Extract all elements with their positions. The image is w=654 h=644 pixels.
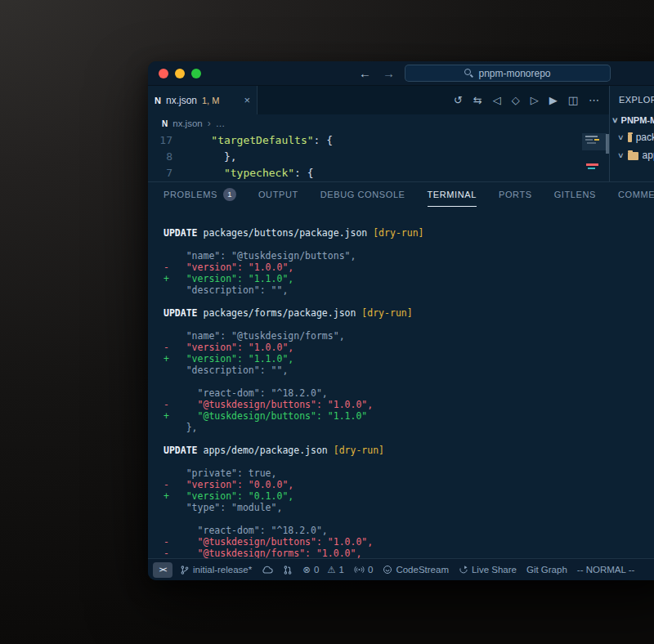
problems-count-badge: 1: [223, 188, 236, 201]
code-text: "targetDefaults": {: [186, 132, 333, 149]
remote-indicator[interactable]: ><: [153, 562, 172, 578]
pull-request-status[interactable]: [283, 565, 293, 575]
editor-lines: 17 "targetDefaults": {8 },7 "typecheck":…: [148, 132, 609, 181]
warning-icon: ⚠: [327, 564, 335, 575]
codestream-icon: [383, 565, 392, 575]
timeline-icon[interactable]: ↺: [454, 95, 463, 105]
run-icon[interactable]: ▶: [549, 95, 558, 105]
current-change-icon[interactable]: ◇: [512, 95, 520, 105]
minimap-mark: [585, 136, 598, 137]
sidebar-title: EXPLORER: [610, 86, 654, 113]
panel-tab-gitlens[interactable]: GITLENS: [554, 182, 596, 207]
breadcrumb: N nx.json › …: [148, 114, 609, 132]
git-graph-status[interactable]: Git Graph: [526, 565, 567, 575]
problems-status[interactable]: ⊗ 0 ⚠ 1: [302, 564, 344, 575]
folder-icon: [628, 134, 632, 142]
code-line: 7 "typecheck": {: [148, 165, 609, 181]
chevron-down-icon: ∨: [617, 133, 625, 141]
nav-forward-button[interactable]: →: [383, 66, 395, 80]
minimap-mark: [588, 168, 595, 169]
panel-tab-ports[interactable]: PORTS: [499, 182, 532, 207]
minimap-mark: [594, 139, 599, 141]
ports-status[interactable]: 0: [354, 565, 373, 575]
terminal-line: + "@tuskdesign/buttons": "1.1.0": [164, 410, 654, 422]
panel-tab-label: DEBUG CONSOLE: [320, 190, 405, 199]
folder-icon: [628, 152, 638, 160]
terminal-output[interactable]: UPDATE packages/buttons/package.json [dr…: [148, 207, 654, 558]
editor-actions: ↺⇆◁◇▷▶◫⋯: [454, 86, 609, 114]
editor-group: N nx.json 1, M × ↺⇆◁◇▷▶◫⋯ N nx.json › … …: [148, 86, 609, 181]
codestream-label: CodeStream: [396, 565, 449, 575]
panel-tab-output[interactable]: OUTPUT: [258, 182, 298, 207]
panel-tab-label: TERMINAL: [428, 190, 477, 199]
tab-close-icon[interactable]: ×: [244, 94, 250, 106]
tree-item-apps[interactable]: ∨ apps: [610, 146, 654, 164]
chevron-right-icon: ›: [208, 118, 211, 129]
terminal-line: + "version": "1.1.0",: [164, 353, 654, 364]
split-editor-icon[interactable]: ◫: [568, 95, 578, 105]
panel-tab-terminal[interactable]: TERMINAL: [428, 182, 477, 207]
panel-tab-comments[interactable]: COMMENTS: [618, 182, 654, 207]
codestream-status[interactable]: CodeStream: [383, 565, 449, 575]
terminal-line: [164, 513, 654, 525]
broadcast-icon: [354, 565, 365, 575]
editor-tab-bar: N nx.json 1, M × ↺⇆◁◇▷▶◫⋯: [148, 86, 609, 114]
upper-region: N nx.json 1, M × ↺⇆◁◇▷▶◫⋯ N nx.json › … …: [148, 86, 654, 181]
panel-tab-debug-console[interactable]: DEBUG CONSOLE: [320, 182, 405, 207]
minimap-mark: [587, 142, 596, 144]
previous-change-icon[interactable]: ◁: [493, 95, 501, 105]
line-number: 17: [148, 132, 186, 149]
close-window-button[interactable]: [159, 69, 168, 78]
search-icon: [464, 69, 473, 78]
next-change-icon[interactable]: ▷: [531, 95, 539, 105]
terminal-line: [164, 433, 654, 445]
chevron-down-icon: ∨: [611, 116, 619, 124]
sync-status[interactable]: [262, 565, 273, 575]
tree-item-packages[interactable]: ∨ packages: [610, 128, 654, 146]
terminal-line: [164, 296, 654, 307]
code-editor[interactable]: 17 "targetDefaults": {8 },7 "typecheck":…: [148, 132, 609, 181]
terminal-line: + "version": "0.1.0",: [164, 490, 654, 502]
terminal-line: "private": true,: [164, 467, 654, 479]
terminal-line: "description": "",: [164, 284, 654, 296]
tab-nx-json[interactable]: N nx.json 1, M ×: [148, 86, 258, 114]
panel-tab-label: COMMENTS: [618, 190, 654, 199]
ports-count: 0: [368, 565, 373, 575]
nx-file-icon: N: [162, 119, 168, 128]
breadcrumb-more[interactable]: …: [216, 119, 226, 128]
git-branch-status[interactable]: initial-release*: [180, 565, 252, 575]
nx-file-icon: N: [155, 96, 161, 105]
nav-back-button[interactable]: ←: [359, 66, 371, 80]
panel-tab-label: GITLENS: [554, 190, 596, 199]
minimap[interactable]: [585, 134, 604, 178]
window-controls: [159, 69, 201, 78]
panel-tab-bar: PROBLEMS 1 OUTPUT DEBUG CONSOLE TERMINAL…: [148, 182, 654, 207]
more-actions-icon[interactable]: ⋯: [589, 95, 599, 105]
sidebar-section-pnpm-monorepo[interactable]: ∨ PNPM-MONOREPO: [610, 113, 654, 128]
command-center-search[interactable]: pnpm-monorepo: [405, 65, 611, 82]
breadcrumb-file[interactable]: nx.json: [172, 119, 202, 128]
terminal-line: - "@tuskdesign/forms": "1.0.0",: [164, 548, 654, 558]
bottom-panel: PROBLEMS 1 OUTPUT DEBUG CONSOLE TERMINAL…: [148, 181, 654, 558]
terminal-line: UPDATE packages/forms/package.json [dry-…: [164, 307, 654, 319]
editor-scrollbar[interactable]: [606, 134, 609, 154]
line-number: 7: [148, 165, 186, 181]
tree-item-label: packages: [636, 132, 654, 143]
search-value: pnpm-monorepo: [478, 68, 550, 79]
compare-changes-icon[interactable]: ⇆: [473, 95, 482, 105]
section-label: PNPM-MONOREPO: [621, 115, 654, 125]
terminal-line: UPDATE apps/demo/package.json [dry-run]: [164, 445, 654, 456]
zoom-window-button[interactable]: [191, 69, 201, 78]
terminal-line: [164, 456, 654, 467]
terminal-line: "react-dom": "^18.2.0",: [164, 525, 654, 536]
vim-mode-status: -- NORMAL --: [577, 565, 634, 575]
live-share-label: Live Share: [472, 565, 517, 575]
live-share-status[interactable]: Live Share: [459, 565, 517, 575]
panel-tab-label: PROBLEMS: [164, 190, 217, 199]
code-text: },: [186, 149, 237, 165]
minimize-window-button[interactable]: [175, 69, 185, 78]
terminal-line: - "version": "1.0.0",: [164, 342, 654, 353]
panel-tab-problems[interactable]: PROBLEMS 1: [164, 182, 236, 207]
git-graph-label: Git Graph: [526, 565, 567, 575]
explorer-sidebar: EXPLORER ∨ PNPM-MONOREPO ∨ packages ∨ ap…: [609, 86, 654, 181]
